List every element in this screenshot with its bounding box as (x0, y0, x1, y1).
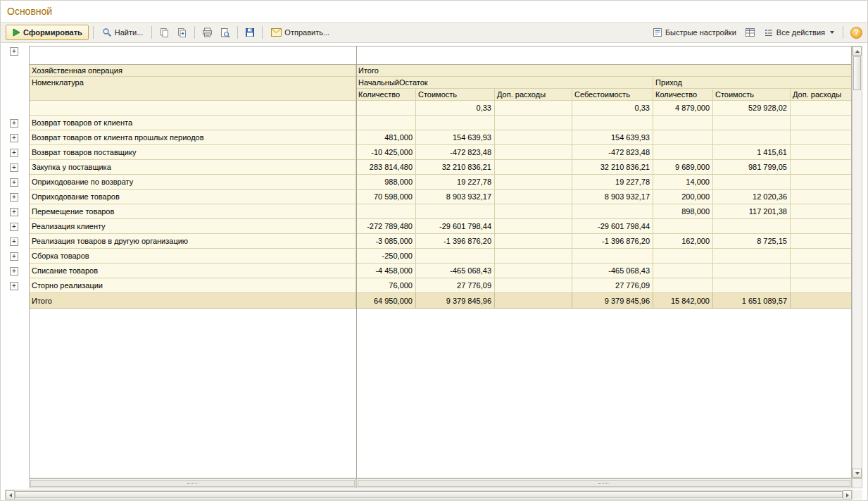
row-value-cell[interactable]: 12 020,36 (713, 190, 791, 204)
row-value-cell[interactable]: -465 068,43 (572, 264, 653, 278)
total-row-label[interactable]: Итого (30, 293, 356, 309)
expand-row-button[interactable]: + (10, 119, 18, 128)
row-operation-name[interactable]: Возврат товаров от клиента прошлых перио… (30, 130, 356, 145)
row-value-cell[interactable] (653, 145, 713, 160)
row-value-cell[interactable]: 529 928,02 (713, 101, 791, 116)
expand-row-button[interactable]: + (10, 282, 18, 290)
vertical-scrollbar-thumb[interactable] (853, 56, 861, 90)
paste-values-button[interactable] (174, 25, 190, 40)
row-operation-name[interactable]: Сборка товаров (30, 249, 356, 264)
report-variant-button[interactable] (742, 25, 758, 40)
row-value-cell[interactable] (713, 278, 791, 293)
row-value-cell[interactable] (495, 204, 572, 219)
left-pane-horizontal-scrollbar[interactable] (29, 478, 356, 488)
row-operation-name[interactable]: Возврат товаров поставщику (30, 145, 356, 160)
expand-row-button[interactable]: + (10, 237, 18, 246)
row-operation-name[interactable]: Закупка у поставщика (30, 160, 356, 175)
expand-row-button[interactable]: + (10, 267, 18, 276)
row-value-cell[interactable]: -10 425,000 (356, 145, 416, 160)
row-value-cell[interactable]: 117 201,38 (713, 204, 791, 219)
row-value-cell[interactable] (791, 160, 852, 175)
row-value-cell[interactable] (713, 249, 791, 264)
row-value-cell[interactable] (495, 278, 572, 293)
row-value-cell[interactable]: 32 210 836,21 (572, 160, 653, 175)
row-value-cell[interactable] (791, 264, 852, 278)
total-value-cell[interactable]: 1 651 089,57 (713, 293, 791, 309)
total-row[interactable]: Итого 64 950,000 9 379 845,96 9 379 845,… (30, 293, 852, 309)
row-value-cell[interactable]: 8 903 932,17 (572, 190, 653, 204)
row-value-cell[interactable] (495, 101, 572, 116)
bottom-horizontal-scrollbar[interactable] (5, 490, 853, 500)
table-row[interactable]: Оприходование товаров 70 598,000 8 903 9… (30, 190, 852, 204)
all-actions-button[interactable]: Все действия (760, 25, 838, 40)
row-operation-name[interactable]: Перемещение товаров (30, 204, 356, 219)
table-row[interactable]: Перемещение товаров 898,000 117 201,38 (30, 204, 852, 219)
row-value-cell[interactable] (495, 234, 572, 249)
row-value-cell[interactable]: 200,000 (653, 190, 713, 204)
row-value-cell[interactable]: -29 601 798,44 (416, 219, 495, 234)
row-value-cell[interactable] (495, 249, 572, 264)
total-value-cell[interactable]: 9 379 845,96 (572, 293, 653, 309)
row-value-cell[interactable] (791, 101, 852, 116)
expand-row-button[interactable]: + (10, 193, 18, 202)
row-value-cell[interactable]: 14,000 (653, 175, 713, 190)
row-value-cell[interactable] (356, 204, 416, 219)
total-value-cell[interactable]: 9 379 845,96 (416, 293, 495, 309)
row-value-cell[interactable] (791, 278, 852, 293)
row-value-cell[interactable] (653, 249, 713, 264)
row-value-cell[interactable]: -465 068,43 (416, 264, 495, 278)
row-value-cell[interactable]: 1 415,61 (713, 145, 791, 160)
row-value-cell[interactable] (416, 249, 495, 264)
row-value-cell[interactable]: -1 396 876,20 (572, 234, 653, 249)
table-row[interactable]: Сборка товаров -250,000 (30, 249, 852, 264)
bottom-scrollbar-thumb[interactable] (15, 491, 843, 498)
row-value-cell[interactable]: 988,000 (356, 175, 416, 190)
row-value-cell[interactable] (495, 219, 572, 234)
row-value-cell[interactable] (416, 204, 495, 219)
row-value-cell[interactable] (572, 116, 653, 130)
row-value-cell[interactable] (791, 204, 852, 219)
row-operation-name[interactable]: Оприходование товаров (30, 190, 356, 204)
table-row[interactable]: Оприходование по возврату 988,000 19 227… (30, 175, 852, 190)
row-value-cell[interactable]: -250,000 (356, 249, 416, 264)
row-value-cell[interactable] (791, 219, 852, 234)
row-value-cell[interactable]: -3 085,000 (356, 234, 416, 249)
row-value-cell[interactable]: 19 227,78 (416, 175, 495, 190)
row-value-cell[interactable]: 76,000 (356, 278, 416, 293)
row-value-cell[interactable]: -472 823,48 (572, 145, 653, 160)
row-value-cell[interactable]: 27 776,09 (416, 278, 495, 293)
expand-row-button[interactable]: + (10, 163, 18, 172)
row-value-cell[interactable]: 0,33 (416, 101, 495, 116)
total-value-cell[interactable] (791, 293, 852, 309)
scroll-right-button[interactable] (843, 490, 852, 500)
row-value-cell[interactable]: -272 789,480 (356, 219, 416, 234)
row-value-cell[interactable]: 154 639,93 (416, 130, 495, 145)
pane-splitter[interactable] (356, 47, 357, 478)
row-value-cell[interactable] (653, 130, 713, 145)
vertical-scrollbar[interactable] (852, 46, 862, 478)
find-button[interactable]: Найти... (98, 25, 148, 40)
row-value-cell[interactable] (653, 116, 713, 130)
row-value-cell[interactable]: 19 227,78 (572, 175, 653, 190)
row-value-cell[interactable] (791, 175, 852, 190)
row-value-cell[interactable]: -472 823,48 (416, 145, 495, 160)
row-value-cell[interactable] (713, 175, 791, 190)
help-button[interactable]: ? (850, 27, 862, 39)
table-row[interactable]: Реализация клиенту -272 789,480 -29 601 … (30, 219, 852, 234)
expand-row-button[interactable]: + (10, 178, 18, 187)
row-operation-name[interactable]: Оприходование по возврату (30, 175, 356, 190)
row-operation-name[interactable]: Списание товаров (30, 264, 356, 278)
scroll-up-button[interactable] (853, 47, 862, 56)
row-value-cell[interactable] (653, 278, 713, 293)
row-value-cell[interactable]: 4 879,000 (653, 101, 713, 116)
row-value-cell[interactable] (495, 160, 572, 175)
row-value-cell[interactable]: 70 598,000 (356, 190, 416, 204)
row-value-cell[interactable]: 9 689,000 (653, 160, 713, 175)
row-value-cell[interactable]: 8 903 932,17 (416, 190, 495, 204)
row-value-cell[interactable] (495, 175, 572, 190)
copy-values-button[interactable] (156, 25, 172, 40)
row-value-cell[interactable]: 0,33 (572, 101, 653, 116)
row-value-cell[interactable]: 32 210 836,21 (416, 160, 495, 175)
row-value-cell[interactable] (416, 116, 495, 130)
expand-row-button[interactable]: + (10, 252, 18, 261)
